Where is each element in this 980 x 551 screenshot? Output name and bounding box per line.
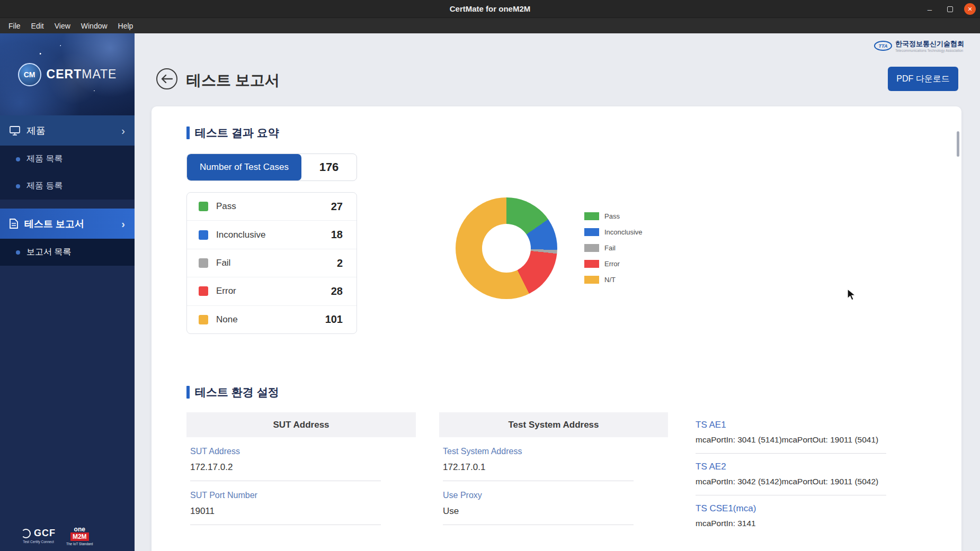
stat-row-error: Error 28: [187, 277, 357, 305]
total-test-cases-label: Number of Test Cases: [187, 154, 301, 180]
document-icon: [10, 219, 18, 229]
table-row: SUT Address 172.17.0.2: [190, 437, 381, 481]
table-header: Test System Address: [439, 412, 668, 437]
window-controls: – ✕: [924, 0, 976, 18]
table-header: SUT Address: [186, 412, 416, 437]
sidebar-item-label: 테스트 보고서: [24, 218, 121, 230]
menu-window[interactable]: Window: [76, 20, 113, 32]
stat-row-none: None 101: [187, 305, 357, 333]
stat-row-inconclusive: Inconclusive 18: [187, 220, 357, 248]
legend-swatch: [584, 244, 599, 252]
section-accent-bar: [186, 386, 190, 399]
back-button[interactable]: [156, 68, 177, 89]
stat-row-fail: Fail 2: [187, 249, 357, 277]
onem2m-logo: one M2M The IoT Standard: [66, 526, 93, 546]
donut-hole: [482, 224, 531, 273]
legend-item-nt: N/T: [584, 276, 643, 284]
scrollbar[interactable]: [957, 131, 959, 157]
tta-korean-name: 한국정보통신기술협회: [895, 39, 964, 49]
section-title-environment: 테스트 환경 설정: [186, 385, 279, 400]
sidebar: CM CERTMATE 제품 › 제품 목록 제품 등록 테스트 보고서 › 보…: [0, 33, 135, 551]
chevron-right-icon: ›: [121, 219, 125, 229]
menu-help[interactable]: Help: [113, 20, 139, 32]
list-item: TS AE1 mcaPortIn: 3041 (5141)mcaPortOut:…: [696, 420, 886, 454]
chart-legend: Pass Inconclusive Fail Error N/T: [584, 212, 643, 292]
fail-color-swatch: [199, 258, 208, 268]
total-test-cases-box: Number of Test Cases 176: [186, 153, 357, 181]
legend-swatch: [584, 276, 599, 284]
sidebar-footer: GCF Test Certify Connect one M2M The IoT…: [0, 526, 135, 548]
list-item: TS AE2 mcaPortIn: 3042 (5142)mcaPortOut:…: [696, 462, 886, 495]
bullet-icon: [16, 184, 20, 188]
sut-address-table: SUT Address SUT Address 172.17.0.2 SUT P…: [186, 412, 416, 525]
list-item: TS CSE1(mca) mcaPortIn: 3141: [696, 503, 886, 537]
tta-logo-icon: TTA: [874, 41, 892, 51]
maximize-box: [947, 6, 953, 12]
sidebar-item-label: 제품: [26, 124, 121, 137]
sidebar-item-label: 제품 목록: [26, 153, 63, 165]
minimize-icon[interactable]: –: [924, 3, 936, 15]
gcf-logo: GCF Test Certify Connect: [21, 528, 56, 544]
menubar: File Edit View Window Help: [0, 18, 980, 33]
section-accent-bar: [186, 127, 190, 139]
none-color-swatch: [199, 315, 208, 324]
legend-item-inconclusive: Inconclusive: [584, 228, 643, 236]
certmate-logo-text: CERTMATE: [47, 67, 117, 82]
sidebar-item-product-register[interactable]: 제품 등록: [0, 173, 135, 200]
sidebar-item-label: 제품 등록: [26, 180, 63, 192]
bullet-icon: [16, 157, 20, 161]
menu-view[interactable]: View: [49, 20, 76, 32]
report-card: 테스트 결과 요약 Number of Test Cases 176 Pass …: [152, 106, 961, 551]
menu-edit[interactable]: Edit: [26, 20, 49, 32]
error-color-swatch: [199, 286, 208, 296]
tta-logo: TTA 한국정보통신기술협회 Telecommunications Techno…: [874, 39, 964, 52]
bullet-icon: [16, 250, 20, 255]
legend-swatch: [584, 212, 599, 220]
section-title-summary: 테스트 결과 요약: [186, 125, 279, 140]
titlebar: CertMate for oneM2M – ✕: [0, 0, 980, 18]
test-system-address-table: Test System Address Test System Address …: [439, 412, 668, 525]
tta-english-name: Telecommunications Technology Associatio…: [895, 49, 964, 52]
sidebar-item-products[interactable]: 제품 ›: [0, 115, 135, 146]
table-row: SUT Port Number 19011: [190, 481, 381, 525]
result-stats-table: Pass 27 Inconclusive 18 Fail 2 Error 28 …: [186, 192, 357, 334]
sidebar-item-product-list[interactable]: 제품 목록: [0, 146, 135, 173]
certmate-logo-icon: CM: [18, 63, 41, 86]
back-arrow-icon: [161, 75, 173, 83]
monitor-icon: [10, 126, 20, 136]
window-title: CertMate for oneM2M: [0, 4, 980, 13]
stat-row-pass: Pass 27: [187, 193, 357, 220]
menu-file[interactable]: File: [3, 20, 26, 32]
certmate-logo: CM CERTMATE: [0, 33, 135, 115]
legend-item-pass: Pass: [584, 212, 643, 220]
legend-swatch: [584, 260, 599, 268]
page-title: 테스트 보고서: [186, 70, 280, 91]
chevron-right-icon: ›: [121, 125, 125, 136]
sidebar-item-label: 보고서 목록: [26, 247, 71, 258]
pass-color-swatch: [199, 202, 208, 211]
total-test-cases-value: 176: [301, 154, 357, 180]
legend-item-error: Error: [584, 260, 643, 268]
pdf-download-button[interactable]: PDF 다운로드: [888, 67, 958, 91]
legend-swatch: [584, 228, 599, 236]
donut-chart: [456, 197, 557, 299]
ts-entries-column: TS AE1 mcaPortIn: 3041 (5141)mcaPortOut:…: [696, 420, 886, 545]
sidebar-item-report-list[interactable]: 보고서 목록: [0, 239, 135, 266]
maximize-icon[interactable]: [944, 3, 956, 15]
legend-item-fail: Fail: [584, 244, 643, 252]
main-content: TTA 한국정보통신기술협회 Telecommunications Techno…: [135, 33, 980, 551]
gcf-logo-icon: [21, 529, 31, 538]
table-row: Use Proxy Use: [443, 481, 634, 525]
inconclusive-color-swatch: [199, 230, 208, 240]
sidebar-item-test-report[interactable]: 테스트 보고서 ›: [0, 209, 135, 239]
table-row: Test System Address 172.17.0.1: [443, 437, 634, 481]
close-icon[interactable]: ✕: [964, 3, 976, 15]
